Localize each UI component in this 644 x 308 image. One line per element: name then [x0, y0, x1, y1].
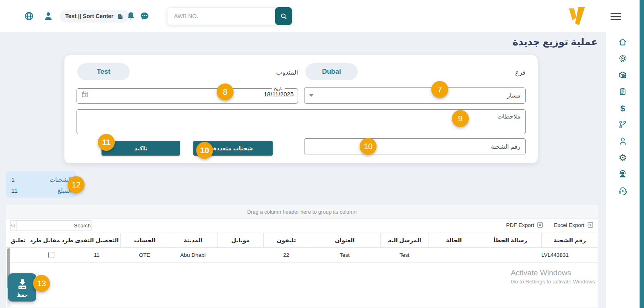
- top-header: Test || Sort Center: [0, 0, 640, 32]
- sidebar-item-clipboard-icon[interactable]: [616, 87, 630, 96]
- branch-value-pill[interactable]: Dubai: [305, 63, 358, 80]
- windows-activation-watermark: Activate Windows Go to Settings to activ…: [511, 268, 596, 285]
- column-header-account[interactable]: الحساب: [120, 233, 169, 247]
- sidebar-item-finance-dollar-icon[interactable]: $: [616, 103, 630, 113]
- notes-field-wrap: 9: [77, 109, 526, 134]
- date-field[interactable]: تاريخ 18/11/2025 8: [77, 86, 298, 104]
- sidebar-item-routes-branch-icon[interactable]: [616, 120, 630, 129]
- building-icon: [117, 13, 124, 20]
- step-badge-summary: 12: [68, 176, 85, 193]
- watermark-line2: Go to Settings to activate Windows.: [511, 279, 596, 285]
- sidebar-rail: [640, 0, 644, 308]
- route-placeholder: مسار: [507, 92, 520, 99]
- delegate-label: المندوب: [276, 69, 298, 76]
- excel-export-button[interactable]: Excel Export X: [554, 222, 594, 228]
- sidebar-item-support-agent-icon[interactable]: [616, 169, 630, 179]
- sidebar-item-profile-icon[interactable]: [616, 136, 630, 146]
- shipment-number-input[interactable]: [304, 138, 526, 154]
- search-icon: [280, 12, 288, 20]
- calendar-icon[interactable]: [81, 90, 89, 98]
- column-header-cash-collection[interactable]: التحصيل النقدى: [73, 233, 120, 247]
- column-header-shipment-number[interactable]: رقم الشحنة: [541, 233, 598, 247]
- amount-value: 11: [11, 187, 18, 194]
- route-select[interactable]: مسار 7: [304, 87, 526, 104]
- column-header-address[interactable]: العنوان: [309, 233, 380, 247]
- table-row[interactable]: LVL443831 Test Test 22 Abu Dhabi OTE 11: [6, 248, 598, 263]
- shipments-grid: Drag a column header here to group its c…: [6, 205, 598, 308]
- summary-shipments-row: الشحنات 1: [11, 174, 72, 185]
- svg-text:X: X: [589, 223, 592, 227]
- step-badge-save: 13: [33, 275, 50, 292]
- sidebar: $ ⚙ AI: [606, 32, 640, 308]
- language-globe-icon[interactable]: [24, 11, 34, 21]
- confirm-button[interactable]: تاكيد 11: [101, 141, 180, 156]
- step-badge-confirm: 11: [98, 134, 115, 151]
- grid-search: [10, 220, 91, 231]
- grid-header-row: رقم الشحنة رسالة الخطأ الحالة المرسل الي…: [6, 233, 598, 248]
- sidebar-item-gear-badge-icon[interactable]: [616, 54, 630, 63]
- awb-search-button[interactable]: [275, 7, 292, 25]
- column-header-consignee[interactable]: المرسل اليه: [380, 233, 429, 247]
- step-badge-shipment-number: 10: [360, 138, 377, 155]
- column-header-mobile[interactable]: موبايل: [217, 233, 263, 247]
- workspace-label: Test || Sort Center: [65, 13, 114, 19]
- save-icon: [16, 277, 29, 291]
- multiple-shipments-button[interactable]: شحنات متعددة 10: [193, 141, 273, 156]
- column-header-status[interactable]: الحالة: [429, 233, 479, 247]
- date-value: 18/11/2025: [264, 91, 294, 98]
- branch-label: فرع: [515, 69, 526, 76]
- search-icon: [10, 221, 17, 231]
- cell-parcel-for-parcel: [30, 248, 73, 262]
- delegate-value-pill[interactable]: Test: [77, 63, 130, 80]
- menu-hamburger-icon[interactable]: [611, 13, 621, 20]
- chevron-down-icon: [309, 94, 313, 97]
- step-badge-notes: 9: [452, 110, 469, 127]
- sidebar-item-home-icon[interactable]: [616, 37, 630, 47]
- column-header-city[interactable]: المدينة: [169, 233, 217, 247]
- pdf-export-button[interactable]: PDF Export: [506, 222, 543, 228]
- brand-logo: [566, 6, 587, 27]
- column-header-comment[interactable]: تعليق: [6, 233, 30, 247]
- workspace-selector[interactable]: Test || Sort Center: [60, 10, 129, 23]
- app: Test || Sort Center: [0, 0, 644, 308]
- step-badge-multiple-shipments: 10: [196, 142, 213, 159]
- awb-search-input[interactable]: [167, 7, 277, 25]
- watermark-line1: Activate Windows: [511, 268, 596, 277]
- distribution-form-card: فرع Dubai المندوب Test مسار 7 تاريخ 18/1…: [64, 55, 538, 163]
- notifications-bell-icon[interactable]: [126, 11, 136, 21]
- cell-consignee: Test: [380, 248, 429, 262]
- svg-text:AI: AI: [621, 190, 624, 193]
- sidebar-item-ai-assistant-icon[interactable]: AI: [616, 186, 630, 196]
- cell-error-message: [479, 248, 541, 262]
- shipments-count-value: 1: [11, 176, 14, 183]
- group-by-panel[interactable]: Drag a column header here to group its c…: [6, 205, 598, 219]
- totals-summary: الشحنات 1 المبلغ 11 12: [6, 171, 77, 198]
- cell-cash-collection: 11: [73, 248, 120, 262]
- cell-account: OTE: [120, 248, 169, 262]
- parcel-for-parcel-checkbox[interactable]: [48, 252, 54, 258]
- cell-mobile: [217, 248, 263, 262]
- awb-search: [167, 7, 292, 25]
- excel-icon: X: [587, 222, 594, 228]
- column-header-parcel-for-parcel[interactable]: طرد مقابل طرد: [30, 233, 73, 247]
- summary-amount-row: المبلغ 11: [11, 185, 72, 196]
- grid: رقم الشحنة رسالة الخطأ الحالة المرسل الي…: [6, 233, 598, 263]
- grid-search-input[interactable]: [17, 221, 91, 231]
- sidebar-item-package-check-icon[interactable]: [616, 70, 630, 80]
- cell-address: Test: [309, 248, 380, 262]
- user-profile-icon[interactable]: [43, 11, 53, 21]
- column-header-error-message[interactable]: رسالة الخطأ: [479, 233, 541, 247]
- export-buttons: PDF Export Excel Export X: [506, 222, 594, 228]
- chat-icon[interactable]: [140, 11, 149, 21]
- grid-toolbar: PDF Export Excel Export X: [6, 219, 598, 233]
- cell-telephone: 22: [263, 248, 309, 262]
- pdf-icon: [537, 222, 543, 228]
- page-title: عملية توزيع جديدة: [513, 36, 598, 48]
- cell-shipment-number: LVL443831: [541, 248, 598, 262]
- step-badge-route: 7: [431, 81, 448, 98]
- column-header-telephone[interactable]: تليفون: [263, 233, 309, 247]
- cell-status: [429, 248, 479, 262]
- shipment-number-wrap: 10: [304, 138, 526, 154]
- sidebar-item-settings-gear-icon[interactable]: ⚙: [616, 153, 630, 162]
- save-button[interactable]: حفظ 13: [8, 273, 36, 302]
